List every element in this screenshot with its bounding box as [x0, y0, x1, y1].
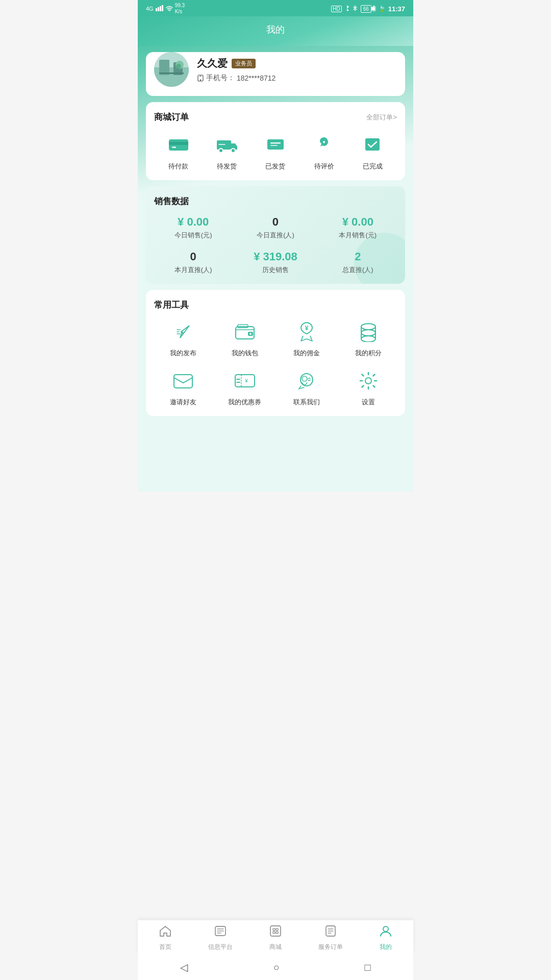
my-points-label: 我的积分 — [355, 349, 382, 358]
svg-rect-48 — [236, 379, 240, 380]
role-badge: 业务员 — [232, 59, 256, 68]
svg-text:¥: ¥ — [305, 325, 308, 332]
sales-month-direct-label: 本月直推(人) — [174, 265, 212, 275]
orders-view-all[interactable]: 全部订单> — [366, 113, 397, 122]
tools-title: 常用工具 — [154, 299, 189, 311]
orders-header: 商城订单 全部订单> — [154, 111, 397, 123]
mute-icon — [352, 5, 358, 12]
tool-my-publish[interactable]: 我的发布 — [154, 319, 212, 358]
my-coupons-label: 我的优惠券 — [228, 398, 261, 407]
phone-label: 手机号： — [206, 74, 235, 83]
svg-rect-27 — [270, 145, 278, 146]
order-item-pending-review[interactable]: 待评价 — [311, 131, 337, 171]
svg-point-22 — [219, 149, 223, 153]
orders-card: 商城订单 全部订单> 待付款 — [146, 102, 405, 180]
sales-month-amount-value: ¥ 0.00 — [342, 215, 373, 229]
avatar[interactable] — [154, 52, 189, 87]
status-right: HD 66 🍃 11:37 — [331, 5, 405, 13]
avatar-image — [154, 52, 189, 87]
status-bar: 4G 99.3K/s HD — [138, 0, 413, 16]
order-item-completed[interactable]: 已完成 — [359, 131, 386, 171]
tools-card: 常用工具 我的发布 — [146, 290, 405, 416]
my-commission-icon: ¥ — [294, 319, 319, 345]
pending-pay-icon — [165, 131, 192, 158]
sales-title: 销售数据 — [154, 195, 189, 207]
svg-point-4 — [169, 10, 170, 11]
sales-today-amount-label: 今日销售(元) — [174, 231, 212, 240]
phone-number: 182****8712 — [237, 74, 276, 82]
status-left: 4G 99.3K/s — [146, 3, 185, 15]
svg-point-51 — [302, 376, 307, 381]
profile-phone: 手机号： 182****8712 — [197, 74, 397, 83]
pending-pay-label: 待付款 — [168, 162, 188, 171]
sales-history-label: 历史销售 — [262, 265, 289, 275]
svg-point-14 — [176, 64, 181, 69]
svg-rect-44 — [174, 375, 192, 388]
svg-rect-0 — [156, 8, 157, 11]
my-wallet-icon — [232, 319, 258, 345]
svg-rect-7 — [373, 6, 374, 7]
pending-review-label: 待评价 — [314, 162, 334, 171]
svg-rect-2 — [160, 6, 161, 11]
signal-icon: 4G — [146, 6, 154, 12]
leaf-icon: 🍃 — [379, 6, 386, 12]
invite-friends-label: 邀请好友 — [170, 398, 196, 407]
wifi-icon — [166, 6, 173, 12]
svg-text:¥: ¥ — [244, 378, 248, 384]
my-commission-label: 我的佣金 — [293, 349, 320, 358]
my-publish-label: 我的发布 — [170, 349, 196, 358]
sales-today-amount: ¥ 0.00 今日销售(元) — [154, 215, 232, 240]
order-item-pending-pay[interactable]: 待付款 — [165, 131, 192, 171]
my-coupons-icon: ¥ — [232, 368, 258, 394]
sales-card: 销售数据 ¥ 0.00 今日销售(元) 0 今日直推(人) ¥ 0.00 本月销… — [146, 186, 405, 284]
pending-ship-icon — [214, 131, 240, 158]
my-points-icon — [356, 319, 381, 345]
sales-today-direct-value: 0 — [272, 215, 279, 229]
tools-grid: 我的发布 我的钱包 — [154, 319, 397, 407]
order-item-shipped[interactable]: 已发货 — [262, 131, 289, 171]
settings-icon — [356, 368, 381, 394]
pending-review-icon — [311, 131, 337, 158]
contact-us-label: 联系我们 — [293, 398, 320, 407]
profile-name-row: 久久爱 业务员 — [197, 57, 397, 70]
tool-my-points[interactable]: 我的积分 — [339, 319, 397, 358]
pending-ship-label: 待发货 — [217, 162, 237, 171]
completed-icon — [359, 131, 386, 158]
sales-today-direct: 0 今日直推(人) — [236, 215, 314, 240]
profile-info: 久久爱 业务员 手机号： 182****8712 — [197, 57, 397, 83]
sales-month-direct: 0 本月直推(人) — [154, 250, 232, 275]
svg-rect-21 — [217, 140, 231, 150]
svg-rect-28 — [365, 138, 380, 151]
battery-icon: 66 — [361, 5, 376, 13]
profile-name: 久久爱 — [197, 57, 228, 70]
svg-rect-12 — [159, 72, 184, 74]
tool-invite-friends[interactable]: 邀请好友 — [154, 368, 212, 407]
hd-badge: HD — [331, 6, 341, 12]
sales-total-direct-value: 2 — [355, 250, 361, 263]
main-content: 久久爱 业务员 手机号： 182****8712 商城订单 全部订单> — [138, 46, 413, 492]
order-item-pending-ship[interactable]: 待发货 — [214, 131, 240, 171]
svg-rect-25 — [267, 139, 284, 150]
completed-label: 已完成 — [363, 162, 383, 171]
svg-point-23 — [231, 149, 235, 153]
my-publish-icon — [170, 319, 196, 345]
signal-bars — [156, 5, 164, 12]
svg-rect-20 — [172, 146, 176, 148]
bluetooth-icon — [344, 5, 349, 13]
svg-point-52 — [365, 378, 371, 384]
invite-friends-icon — [170, 368, 196, 394]
shipped-label: 已发货 — [265, 162, 285, 171]
tool-my-commission[interactable]: ¥ 我的佣金 — [278, 319, 335, 358]
sales-today-amount-value: ¥ 0.00 — [178, 215, 209, 229]
svg-point-34 — [249, 333, 252, 335]
tool-contact-us[interactable]: 联系我们 — [278, 368, 335, 407]
tool-settings[interactable]: 设置 — [339, 368, 397, 407]
tool-my-wallet[interactable]: 我的钱包 — [216, 319, 273, 358]
tool-my-coupons[interactable]: ¥ 我的优惠券 — [216, 368, 273, 407]
svg-rect-26 — [270, 142, 281, 144]
svg-rect-1 — [158, 7, 159, 11]
sales-history: ¥ 319.08 历史销售 — [236, 250, 314, 275]
shipped-icon — [262, 131, 289, 158]
profile-card: 久久爱 业务员 手机号： 182****8712 — [146, 52, 405, 96]
svg-rect-49 — [236, 382, 240, 383]
